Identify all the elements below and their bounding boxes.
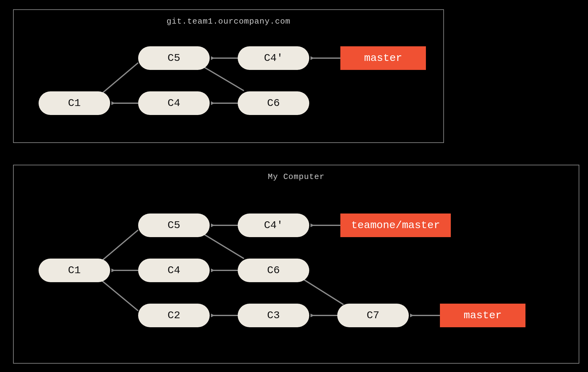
- remote-commit-c4: C4: [138, 91, 210, 115]
- local-commit-c6: C6: [238, 259, 309, 282]
- local-ref-teamone-master: teamone/master: [340, 214, 451, 237]
- local-panel: My Computer: [13, 165, 579, 364]
- local-commit-c2: C2: [138, 304, 210, 327]
- local-commit-c7: C7: [337, 304, 409, 327]
- edge-c5-c1: [98, 63, 138, 97]
- remote-edges: [14, 10, 445, 144]
- edge-c7-c6: [301, 278, 343, 305]
- remote-commit-c1: C1: [39, 91, 110, 115]
- edge-c2-c1: [98, 277, 138, 311]
- local-commit-c4p: C4': [238, 214, 309, 237]
- local-commit-c4: C4: [138, 259, 210, 282]
- remote-commit-c4p: C4': [238, 46, 309, 70]
- local-commit-c3: C3: [238, 304, 309, 327]
- remote-commit-c5: C5: [138, 46, 210, 70]
- diagram-canvas: git.team1.ourcompany.com C1 C5 C4 C4': [0, 0, 588, 372]
- local-commit-c1: C1: [39, 259, 110, 282]
- local-panel-title: My Computer: [14, 172, 579, 181]
- edge-c6-c5: [202, 233, 244, 259]
- local-commit-c5: C5: [138, 214, 210, 237]
- edge-c6-c5: [202, 66, 244, 91]
- edge-c5-c1: [98, 230, 138, 264]
- remote-panel-title: git.team1.ourcompany.com: [14, 17, 443, 26]
- remote-panel: git.team1.ourcompany.com C1 C5 C4 C4': [13, 9, 444, 143]
- local-ref-master: master: [440, 304, 525, 327]
- remote-ref-master: master: [340, 46, 426, 70]
- remote-commit-c6: C6: [238, 91, 309, 115]
